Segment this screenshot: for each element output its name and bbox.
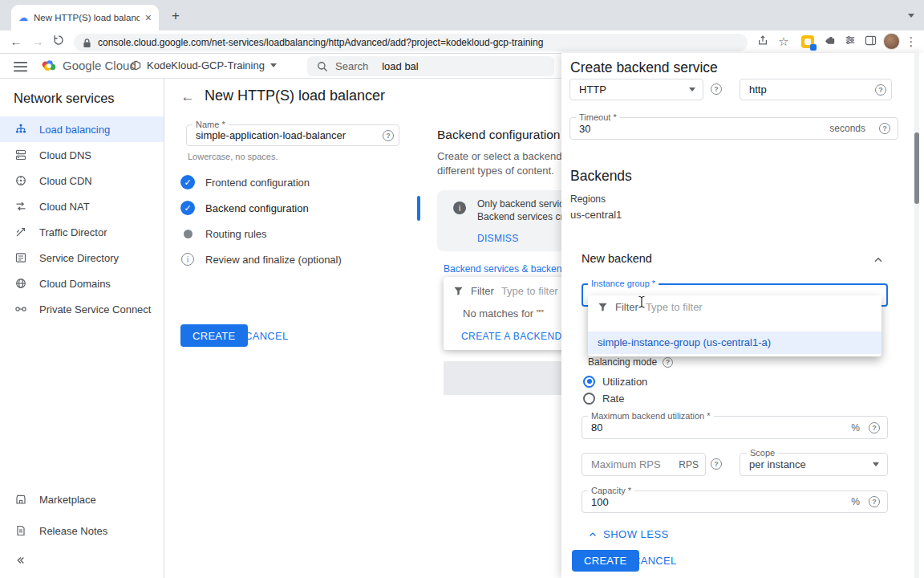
- instance-group-label: Instance group *: [588, 279, 659, 288]
- sidebar-item-cloud-cdn[interactable]: Cloud CDN: [0, 168, 164, 193]
- radio-row-utilization[interactable]: Utilization: [583, 373, 647, 389]
- new-tab-button[interactable]: +: [168, 9, 184, 25]
- google-cloud-cloud-icon: [40, 59, 57, 71]
- step-routing-rules[interactable]: Routing rules: [180, 222, 267, 246]
- sidebar-item-label: Cloud DNS: [39, 149, 91, 161]
- lb-cancel-button[interactable]: CANCEL: [238, 324, 295, 347]
- regions-value: us-central1: [570, 209, 622, 221]
- balancing-mode-help-icon[interactable]: ?: [663, 357, 673, 368]
- max-rps-help-icon[interactable]: ?: [711, 458, 722, 470]
- global-search-bar[interactable]: Search load bal: [307, 56, 554, 76]
- filter-placeholder: Type to filter: [646, 301, 703, 313]
- step-review-finalize[interactable]: i Review and finalize (optional): [180, 247, 342, 271]
- named-port-help-icon[interactable]: ?: [875, 84, 886, 96]
- capacity-value: 100: [582, 496, 609, 508]
- max-utilization-help-icon[interactable]: ?: [869, 422, 880, 434]
- google-cloud-logo-text: Google Cloud: [63, 59, 136, 72]
- lock-icon: [83, 38, 91, 48]
- sidebar-item-load-balancing[interactable]: Load balancing: [0, 116, 164, 142]
- notice-line: Only backend servic: [477, 198, 564, 210]
- bookmark-star-icon[interactable]: ☆: [776, 34, 792, 50]
- forward-icon[interactable]: →: [30, 34, 46, 50]
- new-backend-heading: New backend: [582, 252, 652, 265]
- page-title: New HTTP(S) load balancer: [205, 88, 385, 104]
- sidebar-collapse-button[interactable]: [0, 554, 164, 570]
- sidebar-item-release-notes[interactable]: Release Notes: [0, 518, 164, 543]
- utilization-radio[interactable]: [583, 376, 595, 388]
- project-picker[interactable]: KodeKloud-GCP-Training: [131, 59, 277, 71]
- radio-row-rate[interactable]: Rate: [583, 390, 624, 406]
- sidebar-item-traffic-director[interactable]: Traffic Director: [0, 219, 164, 245]
- sidebar-item-label: Private Service Connect: [39, 303, 151, 315]
- scope-value: per instance: [740, 458, 806, 470]
- scope-label: Scope: [747, 448, 778, 458]
- extension-badge: [810, 44, 817, 51]
- profile-avatar[interactable]: [883, 33, 900, 50]
- instance-group-option[interactable]: simple-instance-group (us-central1-a): [588, 332, 881, 354]
- step-pending-icon: [180, 226, 195, 241]
- sidebar-item-label: Marketplace: [39, 494, 96, 506]
- filter-label: Filter: [615, 301, 638, 313]
- sidebar-item-label: Release Notes: [39, 525, 107, 537]
- share-icon[interactable]: [755, 34, 771, 50]
- sidebar-item-marketplace[interactable]: Marketplace: [0, 486, 164, 512]
- browser-menu-kebab-icon[interactable]: ⋮: [903, 34, 919, 50]
- protocol-select[interactable]: HTTP: [569, 79, 703, 100]
- sidebar-item-service-directory[interactable]: Service Directory: [0, 245, 164, 271]
- tab-title: New HTTP(S) load balancer –: [34, 13, 140, 22]
- side-panel-icon[interactable]: [862, 34, 878, 50]
- step-label: Backend configuration: [205, 202, 309, 214]
- instance-group-menu: Filter Type to filter simple-instance-gr…: [588, 295, 881, 356]
- extensions-puzzle-icon[interactable]: [822, 34, 838, 50]
- hamburger-menu-icon[interactable]: [14, 61, 27, 75]
- step-backend-configuration[interactable]: ✓ Backend configuration: [180, 196, 309, 220]
- timeout-suffix: seconds: [829, 123, 865, 134]
- back-icon[interactable]: ←: [8, 34, 24, 50]
- extension-colored-icon[interactable]: [801, 35, 814, 48]
- gcp-favicon-icon: ☁: [18, 13, 28, 22]
- capacity-help-icon[interactable]: ?: [869, 496, 880, 507]
- address-bar[interactable]: console.cloud.google.com/net-services/lo…: [74, 34, 748, 51]
- tune-icon[interactable]: [842, 34, 858, 50]
- sidebar-item-cloud-domains[interactable]: Cloud Domains: [0, 271, 164, 296]
- step-label: Frontend configuration: [205, 177, 310, 189]
- create-backend-service-panel: Create backend service HTTP ? http ? Tim…: [561, 53, 924, 578]
- panel-scrollbar-thumb[interactable]: [914, 132, 919, 204]
- regions-label: Regions: [570, 193, 606, 205]
- active-step-indicator: [417, 196, 420, 221]
- named-port-input[interactable]: http ?: [740, 79, 892, 100]
- cloud-nat-icon: [14, 199, 28, 214]
- sidebar-title: Network services: [0, 79, 164, 116]
- panel-cancel-button[interactable]: CANCEL: [626, 550, 683, 572]
- google-cloud-logo[interactable]: Google Cloud: [40, 59, 136, 72]
- protocol-help-icon[interactable]: ?: [711, 83, 722, 95]
- show-less-button[interactable]: SHOW LESS: [588, 528, 669, 540]
- release-notes-icon: [14, 523, 28, 538]
- utilization-label: Utilization: [602, 376, 647, 388]
- name-help-icon[interactable]: ?: [383, 130, 394, 141]
- project-caret-icon: [270, 63, 277, 67]
- step-frontend-configuration[interactable]: ✓ Frontend configuration: [180, 170, 310, 194]
- rate-radio[interactable]: [583, 393, 595, 405]
- sidebar-item-private-service-connect[interactable]: Private Service Connect: [0, 296, 164, 322]
- cloud-cdn-icon: [14, 173, 28, 188]
- sidebar-item-label: Load balancing: [39, 124, 110, 136]
- collapse-section-chevron-icon[interactable]: [873, 254, 884, 266]
- browser-tab[interactable]: ☁ New HTTP(S) load balancer – ×: [11, 5, 159, 31]
- reload-icon[interactable]: [51, 34, 67, 50]
- backends-heading: Backends: [570, 168, 632, 185]
- page-back-button[interactable]: ←: [177, 87, 198, 108]
- tab-search-chevron-icon[interactable]: [908, 14, 914, 18]
- max-rps-input[interactable]: Maximum RPS RPS: [582, 453, 706, 476]
- sidebar-item-cloud-dns[interactable]: Cloud DNS: [0, 142, 164, 168]
- timeout-help-icon[interactable]: ?: [879, 123, 890, 134]
- chevron-up-icon: [588, 530, 598, 539]
- tab-close-icon[interactable]: ×: [145, 12, 152, 23]
- instance-group-filter-input[interactable]: Filter Type to filter: [588, 295, 881, 319]
- step-complete-icon: ✓: [180, 175, 195, 189]
- cloud-dns-icon: [14, 148, 28, 162]
- dismiss-button[interactable]: DISMISS: [477, 233, 518, 244]
- sidebar-item-cloud-nat[interactable]: Cloud NAT: [0, 193, 164, 219]
- load-balancing-icon: [14, 122, 28, 136]
- max-utilization-label: Maximum backend utilization *: [588, 411, 714, 421]
